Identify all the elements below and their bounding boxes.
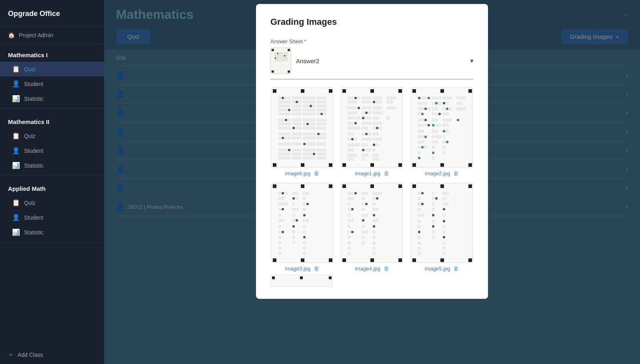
svg-rect-628 <box>468 184 472 188</box>
image-delete-4[interactable]: 🗑 <box>384 265 389 272</box>
svg-point-675 <box>432 214 434 216</box>
svg-point-241 <box>306 123 309 125</box>
statistic-icon-applied: 📊 <box>12 228 19 236</box>
svg-rect-500 <box>273 258 276 262</box>
image-delete-0[interactable]: 🗑 <box>314 170 319 176</box>
svg-point-677 <box>432 225 434 228</box>
image-label-row-2: image2.jpg 🗑 <box>425 170 459 176</box>
section-title-math1: Mathematics I <box>0 44 104 62</box>
svg-point-618 <box>376 197 378 200</box>
svg-point-556 <box>303 214 306 216</box>
svg-point-557 <box>296 219 298 222</box>
sidebar-item-statistic-math1[interactable]: 📊 Statistic <box>0 91 104 106</box>
grading-images-modal: Grading Images Answer Sheet * <box>256 4 488 299</box>
student-icon-math1: 👤 <box>12 80 19 88</box>
divider-2 <box>0 175 104 176</box>
image-label-row-4: image4.jpg 🗑 <box>355 265 389 272</box>
answer-sheet-label: Answer Sheet * <box>270 38 474 44</box>
sidebar-item-quiz-applied[interactable]: 📋 Quiz <box>0 195 104 210</box>
sidebar-item-statistic-math2[interactable]: 📊 Statistic <box>0 158 104 173</box>
answer-sheet-dropdown-icon[interactable]: ▾ <box>470 56 474 65</box>
svg-point-494 <box>424 119 427 121</box>
modal-title: Grading Images <box>270 17 474 27</box>
svg-rect-252 <box>342 163 346 167</box>
svg-point-493 <box>438 113 441 115</box>
svg-rect-629 <box>412 258 416 262</box>
svg-point-379 <box>351 138 354 140</box>
svg-point-240 <box>285 119 287 121</box>
divider-1 <box>0 108 104 109</box>
modal-overlay: Grading Images Answer Sheet * <box>104 0 640 364</box>
image-filename-5[interactable]: image5.jpg <box>425 266 450 272</box>
image-thumb-5 <box>411 183 473 263</box>
svg-point-235 <box>282 97 284 99</box>
svg-point-376 <box>354 122 357 124</box>
svg-rect-2 <box>288 49 290 51</box>
svg-rect-502 <box>329 258 332 262</box>
svg-point-480 <box>446 108 448 110</box>
svg-point-484 <box>443 130 445 132</box>
answer-sheet-thumbnail <box>270 48 291 74</box>
image-card-4: image4.jpg 🗑 <box>340 183 404 272</box>
svg-rect-251 <box>398 89 402 93</box>
sidebar-item-student-math2[interactable]: 👤 Student <box>0 143 104 158</box>
svg-point-370 <box>354 97 357 99</box>
sidebar-item-student-math1[interactable]: 👤 Student <box>0 76 104 91</box>
svg-point-671 <box>421 192 424 194</box>
svg-point-619 <box>365 203 368 205</box>
svg-rect-565 <box>342 258 346 262</box>
svg-point-676 <box>443 220 445 222</box>
image-thumb-4 <box>341 183 403 263</box>
image-filename-4[interactable]: image4.jpg <box>355 266 380 272</box>
image-delete-2[interactable]: 🗑 <box>453 170 459 176</box>
sidebar-label-quiz-math2: Quiz <box>24 133 36 139</box>
svg-rect-498 <box>301 184 304 188</box>
svg-point-236 <box>296 101 298 103</box>
svg-point-481 <box>421 113 424 115</box>
add-class-button[interactable]: ＋ Add Class <box>0 346 104 364</box>
sidebar-label-statistic-math2: Statistic <box>24 162 44 169</box>
svg-rect-1 <box>272 49 274 51</box>
svg-rect-630 <box>440 258 444 262</box>
answer-sheet-select[interactable]: Answer2 ▾ <box>270 48 474 80</box>
image-delete-1[interactable]: 🗑 <box>384 170 389 176</box>
svg-point-674 <box>443 208 445 210</box>
svg-point-495 <box>428 124 430 126</box>
svg-point-30 <box>284 55 286 57</box>
svg-point-238 <box>288 109 290 111</box>
image-filename-3[interactable]: image3.jpg <box>285 266 311 272</box>
image-card-0: image6.jpg 🗑 <box>270 88 334 176</box>
sidebar-item-student-applied[interactable]: 👤 Student <box>0 210 104 225</box>
sidebar-project[interactable]: 🏠 Project Admin <box>0 26 104 44</box>
image-filename-0[interactable]: image6.jpg <box>285 170 311 176</box>
svg-point-29 <box>277 53 278 54</box>
svg-rect-567 <box>398 258 402 262</box>
sidebar-item-quiz-math2[interactable]: 📋 Quiz <box>0 128 104 143</box>
project-label: Project Admin <box>19 32 53 38</box>
image-filename-1[interactable]: image1.jpg <box>355 170 380 176</box>
svg-rect-38 <box>329 163 332 167</box>
image-label-row-3: image3.jpg 🗑 <box>285 265 320 272</box>
sidebar-item-quiz-math1[interactable]: 📋 Quiz <box>0 62 104 76</box>
svg-rect-34 <box>301 89 304 93</box>
image-delete-3[interactable]: 🗑 <box>314 265 319 272</box>
main-content: Mathematics ··· Quiz Grading Images + Gr… <box>104 0 640 364</box>
sidebar-label-student-math2: Student <box>24 148 43 154</box>
svg-rect-4 <box>288 70 290 73</box>
sidebar-item-statistic-applied[interactable]: 📊 Statistic <box>0 225 104 240</box>
image-filename-2[interactable]: image2.jpg <box>425 170 450 176</box>
svg-rect-35 <box>329 89 332 93</box>
image-delete-5[interactable]: 🗑 <box>453 265 459 272</box>
svg-point-244 <box>282 137 284 139</box>
svg-rect-36 <box>273 163 276 167</box>
quiz-icon-math1: 📋 <box>12 65 19 73</box>
svg-rect-383 <box>412 89 416 93</box>
svg-point-620 <box>351 208 354 210</box>
svg-point-375 <box>362 117 364 119</box>
svg-rect-386 <box>412 163 416 167</box>
svg-point-672 <box>435 197 438 200</box>
svg-rect-682 <box>329 276 332 279</box>
statistic-icon-math1: 📊 <box>12 95 19 102</box>
image-card-3: image3.jpg 🗑 <box>270 183 334 272</box>
svg-rect-501 <box>301 258 304 262</box>
